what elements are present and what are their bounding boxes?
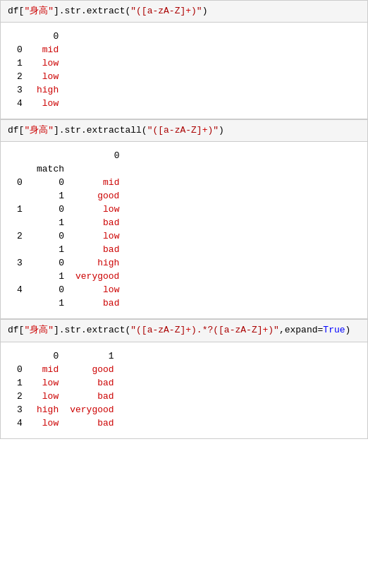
table-row: 1 good — [11, 189, 125, 203]
table-row: 4 0 low — [11, 283, 125, 296]
row-val1: bad — [64, 376, 119, 390]
row-value: mid — [70, 176, 125, 189]
table-row: 2 low bad — [11, 390, 120, 403]
row-inner-index: 0 — [31, 229, 70, 243]
table1-col0-header: 0 — [31, 30, 64, 43]
row-value: good — [70, 189, 125, 203]
row-outer-index: 2 — [11, 229, 31, 243]
code-header-3: df["身高"].str.extract("([a-zA-Z]+).*?([a-… — [1, 320, 367, 342]
table-row: 4 low bad — [11, 416, 120, 430]
table3-header-row: 0 1 — [11, 349, 120, 363]
row-index: 3 — [11, 83, 31, 97]
table1-container: 0 0 mid 1 low 2 low 3 high 4 low — [1, 23, 367, 119]
code-text-1: df["身高"].str.extract("([a-zA-Z]+)") — [8, 6, 207, 16]
table-row: 0 mid good — [11, 363, 120, 376]
row-value: mid — [31, 43, 64, 56]
table-row: 0 0 mid — [11, 176, 125, 189]
table2-header-row: 0 — [11, 149, 125, 162]
row-outer-index: 0 — [11, 176, 31, 189]
table1-index-header — [11, 30, 31, 43]
code-header-1: df["身高"].str.extract("([a-zA-Z]+)") — [1, 1, 367, 23]
row-outer-index — [11, 216, 31, 229]
table-row: 1 bad — [11, 296, 125, 310]
row-value: bad — [70, 243, 125, 256]
table-row: 2 0 low — [11, 229, 125, 243]
row-val1: bad — [64, 416, 119, 430]
table3-col1-header: 1 — [64, 349, 119, 363]
table-row: 1 verygood — [11, 270, 125, 283]
table3: 0 1 0 mid good 1 low bad 2 low bad 3 hig… — [11, 349, 120, 430]
row-index: 1 — [11, 376, 31, 390]
table2-empty0 — [11, 149, 31, 162]
row-value: low — [70, 283, 125, 296]
row-outer-index: 4 — [11, 283, 31, 296]
row-index: 1 — [11, 56, 31, 70]
section1: df["身高"].str.extract("([a-zA-Z]+)") 0 0 … — [0, 0, 368, 119]
table3-col0-header: 0 — [31, 349, 64, 363]
row-inner-index: 1 — [31, 296, 70, 310]
section3: df["身高"].str.extract("([a-zA-Z]+).*?([a-… — [0, 319, 368, 438]
table1-header-row: 0 — [11, 30, 64, 43]
code-header-2: df["身高"].str.extractall("([a-zA-Z]+)") — [1, 120, 367, 142]
row-index: 3 — [11, 403, 31, 416]
table2-container: 0 match 0 0 mid 1 good 1 0 low — [1, 142, 367, 318]
table2-empty1 — [31, 149, 70, 162]
row-val0: low — [31, 390, 64, 403]
code-text-2: df["身高"].str.extractall("([a-zA-Z]+)") — [8, 125, 224, 136]
row-value: low — [70, 203, 125, 216]
table2-col0-header: 0 — [70, 149, 125, 162]
row-outer-index — [11, 270, 31, 283]
row-val0: low — [31, 376, 64, 390]
row-outer-index — [11, 243, 31, 256]
table-row: 3 0 high — [11, 256, 125, 270]
table-row: 1 low bad — [11, 376, 120, 390]
row-value: low — [31, 56, 64, 70]
row-outer-index: 3 — [11, 256, 31, 270]
row-index: 2 — [11, 390, 31, 403]
row-val1: verygood — [64, 403, 119, 416]
table-row: 0 mid — [11, 43, 64, 56]
row-inner-index: 0 — [31, 256, 70, 270]
row-outer-index: 1 — [11, 203, 31, 216]
row-val1: bad — [64, 390, 119, 403]
table3-container: 0 1 0 mid good 1 low bad 2 low bad 3 hig… — [1, 342, 367, 438]
row-inner-index: 0 — [31, 176, 70, 189]
row-val0: high — [31, 403, 64, 416]
code-text-3: df["身高"].str.extract("([a-zA-Z]+).*?([a-… — [8, 325, 350, 335]
row-value: low — [31, 97, 64, 110]
row-value: low — [70, 229, 125, 243]
table2: 0 match 0 0 mid 1 good 1 0 low — [11, 149, 125, 310]
table-row: 2 low — [11, 70, 64, 83]
row-index: 4 — [11, 97, 31, 110]
row-index: 0 — [11, 43, 31, 56]
row-value: high — [70, 256, 125, 270]
row-inner-index: 0 — [31, 283, 70, 296]
table-row: 1 low — [11, 56, 64, 70]
row-val0: low — [31, 416, 64, 430]
row-value: bad — [70, 216, 125, 229]
table-row: 1 0 low — [11, 203, 125, 216]
row-value: high — [31, 83, 64, 97]
row-val0: mid — [31, 363, 64, 376]
row-inner-index: 1 — [31, 243, 70, 256]
row-index: 2 — [11, 70, 31, 83]
row-value: verygood — [70, 270, 125, 283]
table-row: 3 high — [11, 83, 64, 97]
row-value: low — [31, 70, 64, 83]
table-row: 1 bad — [11, 243, 125, 256]
row-inner-index: 0 — [31, 203, 70, 216]
row-index: 0 — [11, 363, 31, 376]
table-row: 1 bad — [11, 216, 125, 229]
row-outer-index — [11, 296, 31, 310]
table2-subheader-row: match — [11, 162, 125, 176]
table-row: 4 low — [11, 97, 64, 110]
table1: 0 0 mid 1 low 2 low 3 high 4 low — [11, 30, 64, 110]
row-val1: good — [64, 363, 119, 376]
row-inner-index: 1 — [31, 216, 70, 229]
row-inner-index: 1 — [31, 270, 70, 283]
table2-match-label: match — [31, 162, 70, 176]
row-inner-index: 1 — [31, 189, 70, 203]
table2-subidx — [11, 162, 31, 176]
section2: df["身高"].str.extractall("([a-zA-Z]+)") 0… — [0, 119, 368, 319]
row-index: 4 — [11, 416, 31, 430]
